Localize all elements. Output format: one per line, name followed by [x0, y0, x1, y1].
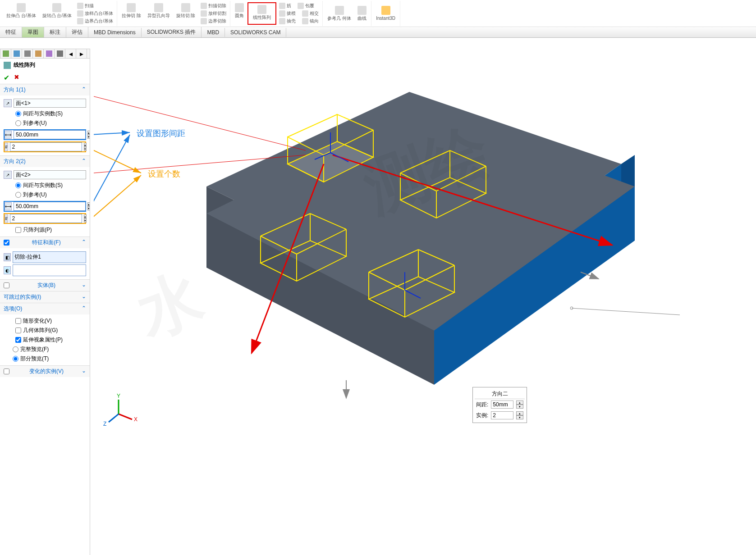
dimxpert-tab[interactable] — [33, 49, 44, 58]
callout-count-spinner[interactable]: ▴▾ — [516, 411, 523, 419]
property-manager-panel: 线性阵列 ✔ ✖ 方向 1(1)⌃ ↗ 间距与实例数(S) 到参考(U) ⟷ ▴… — [0, 59, 90, 555]
tab-cam[interactable]: SOLIDWORKS CAM — [225, 28, 286, 37]
spacing-icon: ⟷ — [5, 202, 12, 210]
pattern-seed-only-check[interactable] — [15, 227, 21, 233]
config-mgr-tab[interactable] — [22, 49, 33, 58]
tab-sketch[interactable]: 草图 — [22, 27, 44, 37]
ok-button[interactable]: ✔ — [4, 73, 9, 82]
features-faces-header[interactable]: 特征和面(F)⌃ — [0, 237, 90, 248]
count-icon: # — [5, 214, 8, 223]
svg-line-59 — [109, 414, 119, 422]
revolve-boss-button[interactable]: 旋转凸 台/基体 — [40, 2, 75, 25]
cancel-button[interactable]: ✖ — [14, 73, 19, 82]
loft-cut-button[interactable]: 放样切割 — [199, 10, 228, 17]
reverse-dir-icon[interactable]: ↗ — [4, 99, 12, 107]
feature-icon: ◧ — [4, 253, 11, 261]
svg-line-53 — [94, 148, 141, 173]
d2-spacing-spinner[interactable]: ▴▾ — [87, 202, 90, 210]
extrude-boss-button[interactable]: 拉伸凸 台/基体 — [4, 2, 39, 25]
svg-line-51 — [94, 132, 130, 135]
direction1-header[interactable]: 方向 1(1)⌃ — [0, 84, 90, 96]
features-list[interactable]: 切除-拉伸1 — [13, 251, 86, 263]
sweep-button[interactable]: 扫描 — [75, 2, 115, 9]
shell-button[interactable]: 抽壳 — [277, 18, 298, 25]
hole-wizard-button[interactable]: 异型孔向导 — [145, 2, 173, 25]
display-mgr-tab[interactable] — [44, 49, 55, 58]
features-enable-check[interactable] — [4, 239, 9, 246]
mirror-button[interactable]: 镜向 — [300, 18, 321, 25]
tab-evaluate[interactable]: 评估 — [66, 27, 88, 37]
draft-button[interactable]: 拔模 — [277, 10, 298, 17]
next-tab[interactable]: ▸ — [76, 49, 87, 58]
wrap-button[interactable]: 包覆 — [296, 2, 316, 9]
vary-sketch-check[interactable] — [15, 318, 21, 324]
d1-count-input[interactable] — [10, 142, 82, 151]
annotation-count: 设置个数 — [148, 168, 180, 179]
d2-count-spinner[interactable]: ▴▾ — [84, 214, 87, 223]
ref-geometry-button[interactable]: 参考几 何体 — [325, 5, 354, 22]
loft-boss-button[interactable]: 放样凸台/基体 — [75, 10, 115, 17]
intersect-button[interactable]: 相交 — [300, 10, 321, 17]
bodies-header[interactable]: 实体(B)⌄ — [0, 280, 90, 291]
varied-instances-header[interactable]: 变化的实例(V)⌄ — [0, 366, 90, 377]
varied-instances-check[interactable] — [4, 368, 9, 375]
d2-spacing-input[interactable] — [14, 202, 86, 211]
count-icon: # — [5, 143, 8, 151]
cam-mgr-tab[interactable] — [55, 49, 65, 58]
reverse-dir2-icon[interactable]: ↗ — [4, 171, 12, 179]
callout-spacing-input[interactable] — [491, 400, 513, 409]
direction2-ref-input[interactable] — [14, 170, 86, 179]
d1-spacing-input[interactable] — [14, 130, 86, 139]
panel-title: 线性阵列 — [0, 59, 90, 72]
graphics-viewport[interactable]: X Y Z 测绘 水 设置图形间距 设置个数 方向二 间距: ▴▾ 实例: ▴▾ — [94, 38, 756, 555]
d1-count-spinner[interactable]: ▴▾ — [84, 143, 87, 151]
bodies-enable-check[interactable] — [4, 282, 9, 289]
direction2-callout[interactable]: 方向二 间距: ▴▾ 实例: ▴▾ — [472, 387, 527, 423]
curves-button[interactable]: 曲线 — [355, 5, 369, 22]
up-to-ref-radio[interactable] — [15, 120, 21, 126]
skip-instances-header[interactable]: 可跳过的实例(I)⌄ — [0, 291, 90, 303]
expand-icon: ⌄ — [82, 293, 86, 301]
svg-line-54 — [94, 175, 141, 220]
svg-text:Y: Y — [117, 393, 120, 399]
d2-count-input[interactable] — [10, 214, 82, 223]
tab-features[interactable]: 特征 — [0, 27, 22, 37]
face-icon: ◐ — [4, 266, 11, 274]
tab-mbd-dim[interactable]: MBD Dimensions — [88, 28, 142, 37]
callout-spacing-spinner[interactable]: ▴▾ — [516, 400, 523, 409]
fillet-button[interactable]: 圆角 — [232, 2, 247, 25]
boundary-boss-button[interactable]: 边界凸台/基体 — [75, 18, 115, 25]
boundary-cut-button[interactable]: 边界切除 — [199, 18, 228, 25]
geometry-pattern-check[interactable] — [15, 328, 21, 333]
tab-annotate[interactable]: 标注 — [44, 27, 66, 37]
d2-up-to-ref-radio[interactable] — [15, 192, 21, 198]
partial-preview-radio[interactable] — [13, 356, 18, 362]
direction2-header[interactable]: 方向 2(2)⌃ — [0, 156, 90, 167]
d2-spacing-instances-radio[interactable] — [15, 182, 21, 188]
collapse-icon: ⌃ — [82, 158, 86, 165]
full-preview-radio[interactable] — [13, 346, 18, 352]
options-header[interactable]: 选项(O)⌃ — [0, 303, 90, 314]
svg-line-49 — [572, 308, 680, 315]
direction1-ref-input[interactable] — [14, 99, 86, 108]
faces-list[interactable] — [13, 264, 86, 276]
expand-icon: ⌄ — [82, 282, 86, 289]
rib-button[interactable]: 筋 — [277, 2, 293, 9]
callout-count-input[interactable] — [491, 411, 513, 419]
spacing-instances-radio[interactable] — [15, 111, 21, 117]
sweep-cut-button[interactable]: 扫描切除 — [199, 2, 228, 9]
feature-tree-tab[interactable] — [0, 49, 11, 58]
linear-pattern-button[interactable]: 线性阵列 — [247, 2, 276, 25]
tab-addins[interactable]: SOLIDWORKS 插件 — [142, 27, 202, 37]
revolve-cut-button[interactable]: 旋转切 除 — [174, 2, 198, 25]
d1-spacing-spinner[interactable]: ▴▾ — [87, 131, 90, 139]
prev-tab[interactable]: ◂ — [65, 49, 76, 58]
property-mgr-tab[interactable] — [11, 49, 22, 58]
collapse-icon: ⌃ — [82, 86, 86, 94]
callout-spacing-label: 间距: — [476, 401, 488, 409]
extrude-cut-button[interactable]: 拉伸切 除 — [119, 2, 144, 25]
instant3d-button[interactable]: Instant3D — [373, 5, 398, 22]
propagate-visual-check[interactable] — [15, 337, 21, 343]
tab-mbd[interactable]: MBD — [202, 28, 225, 37]
linear-pattern-icon — [4, 62, 11, 69]
